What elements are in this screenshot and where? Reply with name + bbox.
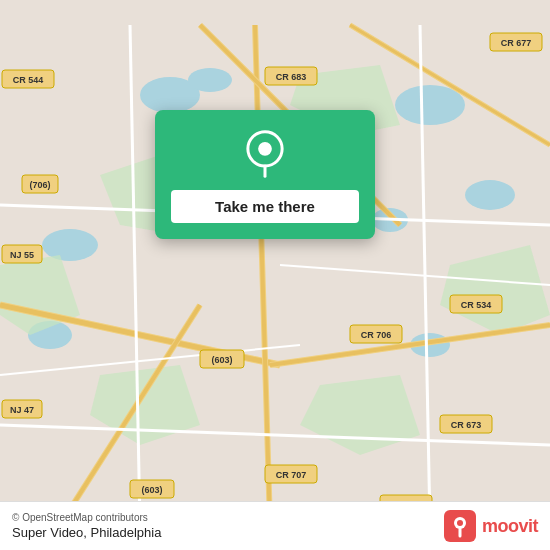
moovit-logo: moovit [444, 510, 538, 542]
svg-text:CR 677: CR 677 [501, 38, 532, 48]
svg-text:NJ 55: NJ 55 [10, 250, 34, 260]
svg-text:CR 707: CR 707 [276, 470, 307, 480]
svg-point-3 [395, 85, 465, 125]
svg-point-66 [457, 520, 463, 526]
popup-card: Take me there [155, 110, 375, 239]
svg-point-6 [42, 229, 98, 261]
svg-point-62 [258, 142, 272, 156]
svg-text:(706): (706) [29, 180, 50, 190]
bottom-bar: © OpenStreetMap contributors Super Video… [0, 501, 550, 550]
svg-text:CR 534: CR 534 [461, 300, 492, 310]
svg-point-4 [465, 180, 515, 210]
svg-text:CR 673: CR 673 [451, 420, 482, 430]
svg-text:CR 544: CR 544 [13, 75, 44, 85]
svg-text:CR 683: CR 683 [276, 72, 307, 82]
svg-text:(603): (603) [141, 485, 162, 495]
map-container: CR 544 CR 677 CR 683 NJ 55 NJ 47 (603) (… [0, 0, 550, 550]
svg-point-2 [188, 68, 232, 92]
moovit-icon-svg [444, 510, 476, 542]
map-svg: CR 544 CR 677 CR 683 NJ 55 NJ 47 (603) (… [0, 0, 550, 550]
osm-attribution: © OpenStreetMap contributors [12, 512, 161, 523]
svg-text:NJ 47: NJ 47 [10, 405, 34, 415]
svg-text:(603): (603) [211, 355, 232, 365]
location-pin-icon [241, 130, 289, 178]
take-me-there-button[interactable]: Take me there [171, 190, 359, 223]
moovit-brand-text: moovit [482, 516, 538, 537]
svg-text:CR 706: CR 706 [361, 330, 392, 340]
bottom-left-info: © OpenStreetMap contributors Super Video… [12, 512, 161, 540]
location-label: Super Video, Philadelphia [12, 525, 161, 540]
